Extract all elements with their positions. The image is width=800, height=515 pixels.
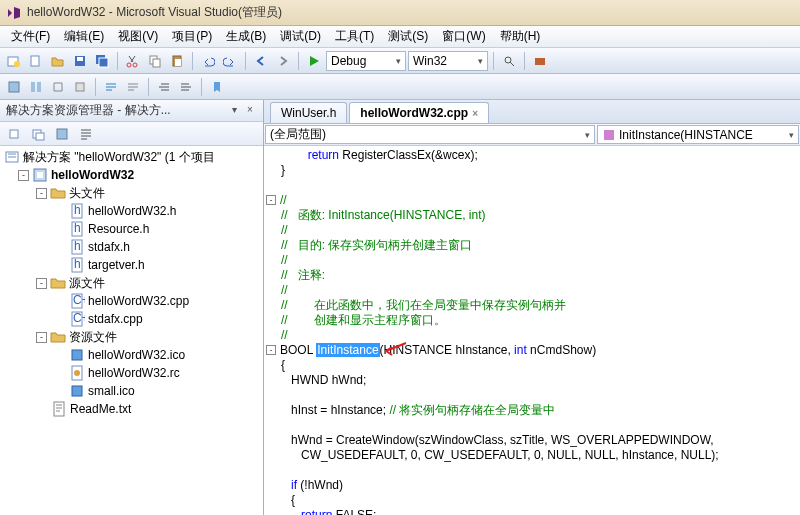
sol-properties-button[interactable] xyxy=(76,124,96,144)
project-icon xyxy=(32,167,48,183)
svg-rect-15 xyxy=(9,82,19,92)
open-button[interactable] xyxy=(48,51,68,71)
selection-highlight: InitInstance xyxy=(316,343,379,357)
svg-text:C+: C+ xyxy=(73,293,85,307)
solution-tree[interactable]: 解决方案 "helloWordW32" (1 个项目 - helloWordW3… xyxy=(0,146,263,515)
solution-explorer: 解决方案资源管理器 - 解决方... ▾ × 解决方案 "helloWordW3… xyxy=(0,100,264,515)
tb2-indent[interactable] xyxy=(154,77,174,97)
sol-showall-button[interactable] xyxy=(52,124,72,144)
sol-home-button[interactable] xyxy=(4,124,24,144)
tree-file[interactable]: ReadMe.txt xyxy=(0,400,263,418)
svg-rect-2 xyxy=(31,56,39,66)
redo-button[interactable] xyxy=(220,51,240,71)
svg-text:h: h xyxy=(74,239,81,253)
tb2-uncomment[interactable] xyxy=(123,77,143,97)
expand-icon[interactable]: - xyxy=(36,332,47,343)
outline-collapse-icon[interactable]: - xyxy=(266,195,276,205)
h-file-icon: h xyxy=(69,239,85,255)
tree-file[interactable]: hhelloWordW32.h xyxy=(0,202,263,220)
ico-file-icon xyxy=(69,347,85,363)
tree-file[interactable]: hstdafx.h xyxy=(0,238,263,256)
folder-icon xyxy=(50,185,66,201)
tb2-outdent[interactable] xyxy=(176,77,196,97)
vs-icon xyxy=(6,5,22,21)
undo-button[interactable] xyxy=(198,51,218,71)
expand-icon[interactable]: - xyxy=(36,278,47,289)
tree-sources-folder[interactable]: - 源文件 xyxy=(0,274,263,292)
svg-point-8 xyxy=(133,63,137,67)
cut-button[interactable] xyxy=(123,51,143,71)
tree-file[interactable]: helloWordW32.rc xyxy=(0,364,263,382)
toolbox-button[interactable] xyxy=(530,51,550,71)
menu-tools[interactable]: 工具(T) xyxy=(328,26,381,47)
tree-file[interactable]: helloWordW32.ico xyxy=(0,346,263,364)
add-item-button[interactable] xyxy=(26,51,46,71)
solution-icon xyxy=(4,149,20,165)
outline-collapse-icon[interactable]: - xyxy=(266,345,276,355)
svg-text:h: h xyxy=(74,257,81,271)
tree-file[interactable]: C+stdafx.cpp xyxy=(0,310,263,328)
tb2-comment[interactable] xyxy=(101,77,121,97)
svg-rect-17 xyxy=(37,82,41,92)
solution-explorer-title: 解决方案资源管理器 - 解决方... xyxy=(6,102,171,119)
find-button[interactable] xyxy=(499,51,519,71)
cpp-file-icon: C+ xyxy=(69,293,85,309)
tb2-btn3[interactable] xyxy=(48,77,68,97)
menu-project[interactable]: 项目(P) xyxy=(165,26,219,47)
tree-solution-node[interactable]: 解决方案 "helloWordW32" (1 个项目 xyxy=(0,148,263,166)
solution-explorer-header: 解决方案资源管理器 - 解决方... ▾ × xyxy=(0,100,263,122)
tree-file[interactable]: C+helloWordW32.cpp xyxy=(0,292,263,310)
menu-test[interactable]: 测试(S) xyxy=(381,26,435,47)
menu-window[interactable]: 窗口(W) xyxy=(435,26,492,47)
tree-file[interactable]: htargetver.h xyxy=(0,256,263,274)
tree-file[interactable]: hResource.h xyxy=(0,220,263,238)
nav-back-button[interactable] xyxy=(251,51,271,71)
save-button[interactable] xyxy=(70,51,90,71)
tree-project-node[interactable]: - helloWordW32 xyxy=(0,166,263,184)
copy-button[interactable] xyxy=(145,51,165,71)
svg-point-1 xyxy=(14,61,20,67)
expand-icon[interactable]: - xyxy=(18,170,29,181)
tab-helloword[interactable]: helloWordW32.cpp× xyxy=(349,102,489,123)
tree-file[interactable]: small.ico xyxy=(0,382,263,400)
nav-fwd-button[interactable] xyxy=(273,51,293,71)
svg-rect-22 xyxy=(57,129,67,139)
platform-dropdown[interactable]: Win32 xyxy=(408,51,488,71)
scope-dropdown[interactable]: (全局范围) xyxy=(265,125,595,144)
close-tab-icon[interactable]: × xyxy=(472,108,478,119)
new-project-button[interactable] xyxy=(4,51,24,71)
svg-rect-41 xyxy=(54,402,64,416)
expand-icon[interactable]: - xyxy=(36,188,47,199)
tab-winuser[interactable]: WinUser.h xyxy=(270,102,347,123)
svg-rect-6 xyxy=(99,58,108,67)
tb2-btn2[interactable] xyxy=(26,77,46,97)
menu-file[interactable]: 文件(F) xyxy=(4,26,57,47)
paste-button[interactable] xyxy=(167,51,187,71)
svg-rect-18 xyxy=(76,83,84,91)
h-file-icon: h xyxy=(69,203,85,219)
start-debug-button[interactable] xyxy=(304,51,324,71)
svg-rect-19 xyxy=(10,130,18,138)
panel-dropdown-icon[interactable]: ▾ xyxy=(227,104,241,118)
svg-text:C+: C+ xyxy=(73,311,85,325)
tb2-btn1[interactable] xyxy=(4,77,24,97)
svg-rect-14 xyxy=(535,58,545,65)
tb2-btn4[interactable] xyxy=(70,77,90,97)
config-dropdown[interactable]: Debug xyxy=(326,51,406,71)
menu-debug[interactable]: 调试(D) xyxy=(273,26,328,47)
code-editor[interactable]: return RegisterClassEx(&wcex); } -// // … xyxy=(264,146,800,515)
h-file-icon: h xyxy=(69,221,85,237)
txt-file-icon xyxy=(51,401,67,417)
menu-build[interactable]: 生成(B) xyxy=(219,26,273,47)
menu-edit[interactable]: 编辑(E) xyxy=(57,26,111,47)
save-all-button[interactable] xyxy=(92,51,112,71)
panel-close-icon[interactable]: × xyxy=(243,104,257,118)
tb2-bookmark[interactable] xyxy=(207,77,227,97)
tree-headers-folder[interactable]: - 头文件 xyxy=(0,184,263,202)
member-dropdown[interactable]: InitInstance(HINSTANCE xyxy=(597,125,799,144)
menu-help[interactable]: 帮助(H) xyxy=(493,26,548,47)
menu-view[interactable]: 视图(V) xyxy=(111,26,165,47)
tree-resources-folder[interactable]: - 资源文件 xyxy=(0,328,263,346)
sol-refresh-button[interactable] xyxy=(28,124,48,144)
svg-text:h: h xyxy=(74,203,81,217)
